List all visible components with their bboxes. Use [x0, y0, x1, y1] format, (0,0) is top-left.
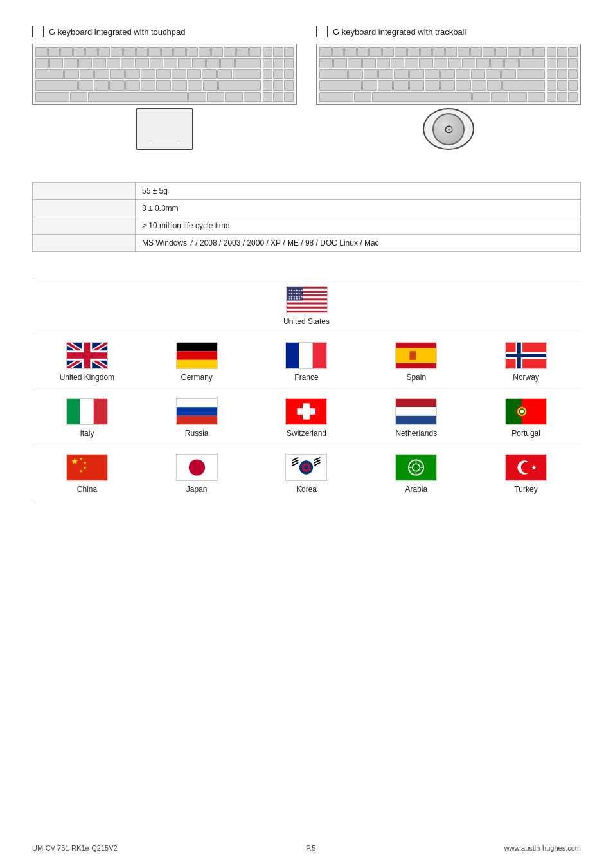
svg-rect-26 — [286, 343, 299, 369]
touchpad-image — [136, 108, 193, 150]
svg-text:★: ★ — [71, 457, 79, 466]
keyboard-section: G keyboard integrated with touchpad — [32, 26, 581, 150]
svg-text:★★★★★: ★★★★★ — [287, 297, 300, 300]
footer-left: UM-CV-751-RK1e-Q215V2 — [32, 844, 118, 852]
country-row-2: United Kingdom Germany — [32, 334, 581, 390]
footer-right: www.austin-hughes.com — [504, 844, 581, 852]
svg-rect-39 — [177, 407, 217, 416]
trackball-image: ⊙ — [423, 108, 474, 150]
country-name-jp: Japan — [186, 485, 208, 494]
country-name-pt: Portugal — [511, 429, 540, 438]
country-item-ch: Switzerland — [252, 398, 362, 438]
keyboard-trackball-diagram — [316, 44, 581, 105]
flag-ch — [285, 398, 327, 425]
svg-text:★: ★ — [79, 469, 83, 473]
svg-rect-22 — [177, 351, 217, 360]
country-row-3: Italy Russia — [32, 390, 581, 446]
country-name-nl: Netherlands — [395, 429, 437, 438]
checkbox-trackball — [316, 26, 328, 37]
country-name-cn: China — [77, 485, 97, 494]
flag-uk — [66, 342, 108, 369]
spec-label-2 — [33, 200, 136, 217]
svg-rect-44 — [396, 399, 436, 408]
flag-nl — [395, 398, 437, 425]
spec-value-1: 55 ± 5g — [136, 183, 581, 200]
country-item-pt: Portugal — [471, 398, 581, 438]
svg-rect-21 — [177, 343, 217, 352]
flag-fr — [285, 342, 327, 369]
country-item-es: Spain — [361, 342, 471, 382]
country-name-us: United States — [283, 317, 330, 326]
spec-value-2: 3 ± 0.3mm — [136, 200, 581, 217]
keyboard-touchpad-diagram — [32, 44, 297, 105]
svg-rect-46 — [396, 416, 436, 425]
flag-it — [66, 398, 108, 425]
svg-rect-5 — [287, 305, 327, 307]
country-name-kr: Korea — [296, 485, 317, 494]
spec-label-1 — [33, 183, 136, 200]
country-item-jp: Japan — [142, 454, 252, 494]
flag-ru — [176, 398, 218, 425]
spec-row-2: 3 ± 0.3mm — [33, 200, 581, 217]
svg-point-63 — [305, 466, 309, 470]
touchpad-container — [32, 108, 297, 150]
spec-value-4: MS Windows 7 / 2008 / 2003 / 2000 / XP /… — [136, 235, 581, 252]
svg-rect-20 — [67, 352, 107, 359]
keyboard-touchpad-text: G keyboard integrated with touchpad — [49, 27, 185, 37]
country-name-tr: Turkey — [514, 485, 537, 494]
svg-rect-37 — [67, 399, 80, 425]
country-name-no: Norway — [513, 373, 539, 382]
trackball-inner: ⊙ — [432, 113, 465, 145]
svg-text:★: ★ — [83, 466, 87, 470]
country-item-ar: Arabia — [361, 454, 471, 494]
country-item-ru: Russia — [142, 398, 252, 438]
keyboard-trackball-text: G keyboard integrated with trackball — [333, 27, 466, 37]
country-name-uk: United Kingdom — [60, 373, 114, 382]
keyboard-trackball-label: G keyboard integrated with trackball — [316, 26, 581, 37]
specs-table: 55 ± 5g 3 ± 0.3mm > 10 million life cycl… — [32, 182, 581, 252]
svg-rect-38 — [177, 399, 217, 408]
flag-no — [505, 342, 547, 369]
footer-center: P.5 — [306, 844, 315, 852]
country-item-us: ★★★★★★ ★★★★★ ★★★★★★ ★★★★★ United States — [32, 286, 581, 326]
flag-us: ★★★★★★ ★★★★★ ★★★★★★ ★★★★★ — [286, 286, 328, 313]
country-item-de: Germany — [142, 342, 252, 382]
svg-rect-34 — [506, 354, 546, 357]
country-name-ru: Russia — [185, 429, 209, 438]
trackball-container: ⊙ — [316, 108, 581, 150]
svg-rect-70 — [396, 455, 436, 481]
svg-rect-43 — [298, 408, 315, 415]
flag-ar — [395, 454, 437, 481]
country-item-uk: United Kingdom — [32, 342, 142, 382]
checkbox-touchpad — [32, 26, 44, 37]
flag-kr — [285, 454, 327, 481]
svg-text:★: ★ — [83, 460, 87, 465]
flag-jp — [176, 454, 218, 481]
country-name-it: Italy — [80, 429, 94, 438]
country-item-it: Italy — [32, 398, 142, 438]
country-name-ar: Arabia — [405, 485, 427, 494]
country-item-nl: Netherlands — [361, 398, 471, 438]
flag-pt — [505, 398, 547, 425]
country-row-us: ★★★★★★ ★★★★★ ★★★★★★ ★★★★★ United States — [32, 278, 581, 334]
country-item-cn: ★ ★ ★ ★ ★ China — [32, 454, 142, 494]
page: G keyboard integrated with touchpad — [0, 0, 613, 868]
keyboard-trackball-item: G keyboard integrated with trackball — [316, 26, 581, 150]
svg-rect-40 — [177, 416, 217, 425]
country-item-no: Norway — [471, 342, 581, 382]
svg-rect-4 — [287, 300, 327, 302]
svg-rect-23 — [177, 360, 217, 369]
svg-rect-6 — [287, 309, 327, 311]
svg-text:★: ★ — [531, 464, 537, 471]
country-item-tr: ★ Turkey — [471, 454, 581, 494]
spec-row-3: > 10 million life cycle time — [33, 217, 581, 235]
flag-de — [176, 342, 218, 369]
spec-label-4 — [33, 235, 136, 252]
country-row-4: ★ ★ ★ ★ ★ China Japan — [32, 446, 581, 502]
keyboard-touchpad-item: G keyboard integrated with touchpad — [32, 26, 297, 150]
countries-section: ★★★★★★ ★★★★★ ★★★★★★ ★★★★★ United States — [32, 278, 581, 502]
country-name-de: Germany — [181, 373, 213, 382]
svg-rect-29 — [410, 351, 416, 360]
spec-row-1: 55 ± 5g — [33, 183, 581, 200]
flag-tr: ★ — [505, 454, 547, 481]
